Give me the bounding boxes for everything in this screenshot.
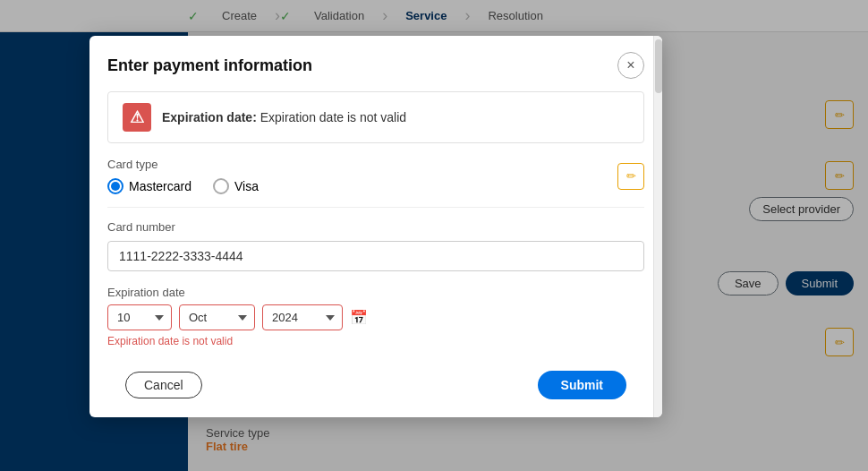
card-type-options: Mastercard Visa xyxy=(107,178,259,194)
radio-visa[interactable]: Visa xyxy=(213,178,259,194)
radio-mastercard-label: Mastercard xyxy=(129,179,191,193)
alert-icon: ⚠ xyxy=(123,103,151,132)
expiration-month-select[interactable]: Oct xyxy=(179,304,255,330)
expiration-year-select[interactable]: 2024 xyxy=(262,304,343,330)
expiration-row: 10 Oct 2024 📅 xyxy=(107,304,644,330)
expiration-section: Expiration date 10 Oct 2024 📅 Expiration… xyxy=(107,286,644,347)
card-type-row: Card type Mastercard Visa ✏ xyxy=(107,158,644,194)
card-number-label: Card number xyxy=(107,220,644,234)
modal-footer: Cancel Submit xyxy=(107,356,644,399)
modal-close-button[interactable]: × xyxy=(617,52,644,79)
submit-button[interactable]: Submit xyxy=(538,371,626,399)
alert-error: ⚠ Expiration date: Expiration date is no… xyxy=(107,91,644,143)
alert-field-label: Expiration date: xyxy=(162,110,257,124)
radio-mastercard-circle xyxy=(107,178,123,194)
card-type-edit-icon[interactable]: ✏ xyxy=(617,163,644,190)
alert-message: Expiration date is not valid xyxy=(260,110,406,124)
modal-title: Enter payment information xyxy=(107,56,312,75)
expiration-error-message: Expiration date is not valid xyxy=(107,335,644,347)
modal-header: Enter payment information × xyxy=(89,36,662,91)
calendar-icon[interactable]: 📅 xyxy=(350,309,368,326)
alert-warning-icon: ⚠ xyxy=(130,107,144,127)
expiration-day-select[interactable]: 10 xyxy=(107,304,172,330)
cancel-button[interactable]: Cancel xyxy=(125,372,202,398)
card-number-input[interactable] xyxy=(107,241,644,271)
radio-visa-label: Visa xyxy=(234,179,259,193)
scrollbar-thumb xyxy=(655,39,662,93)
modal-scrollbar[interactable] xyxy=(653,36,662,417)
expiration-label: Expiration date xyxy=(107,286,644,299)
radio-visa-circle xyxy=(213,178,229,194)
modal-body: Card type Mastercard Visa ✏ Card number xyxy=(89,158,662,417)
alert-text: Expiration date: Expiration date is not … xyxy=(162,110,406,124)
section-divider-1 xyxy=(107,207,644,208)
payment-modal: Enter payment information × ⚠ Expiration… xyxy=(89,36,662,417)
card-type-label: Card type xyxy=(107,158,259,171)
card-type-section: Card type Mastercard Visa xyxy=(107,158,259,194)
radio-mastercard[interactable]: Mastercard xyxy=(107,178,191,194)
